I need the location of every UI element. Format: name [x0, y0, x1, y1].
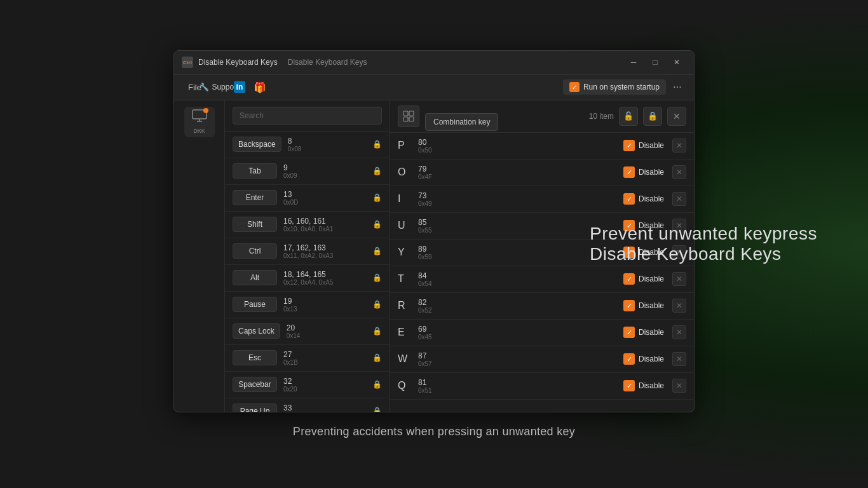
menu-support[interactable]: 🔧 Support — [210, 78, 228, 96]
key-item[interactable]: Spacebar 32 0x20 🔒 — [225, 372, 390, 398]
lock-button-2[interactable]: 🔒 — [643, 107, 662, 126]
remove-button[interactable]: ✕ — [672, 299, 686, 313]
svg-rect-5 — [403, 117, 408, 121]
disabled-item: E 69 0x45 ✓ Disable ✕ — [390, 320, 694, 346]
disable-checkbox[interactable]: ✓ — [623, 166, 635, 178]
remove-button[interactable]: ✕ — [672, 272, 686, 286]
key-name: Backspace — [233, 137, 281, 152]
lock-button-1[interactable]: 🔓 — [619, 107, 638, 126]
keys-list-panel: Backspace 8 0x08 🔒 Tab 9 0x09 🔒 Enter 13… — [225, 100, 390, 412]
remove-button[interactable]: ✕ — [672, 165, 686, 179]
combo-key-button[interactable] — [398, 105, 419, 127]
key-item[interactable]: Page Up 33 0x21 🔒 — [225, 398, 390, 412]
disabled-key-main: 79 — [418, 165, 623, 173]
disable-checkbox[interactable]: ✓ — [623, 273, 635, 285]
menu-bar: File 🔧 Support in 🎁 ✓ Run on system star… — [174, 75, 694, 100]
remove-button[interactable]: ✕ — [672, 192, 686, 206]
remove-button[interactable]: ✕ — [672, 325, 686, 339]
disable-checkbox[interactable]: ✓ — [623, 193, 635, 205]
key-code-main: 32 — [283, 377, 372, 386]
disabled-key-letter: U — [398, 220, 413, 231]
startup-checkbox[interactable]: ✓ — [569, 82, 580, 92]
disabled-key-hex: 0x54 — [418, 280, 623, 287]
sidebar-icon-container: DKK — [184, 107, 215, 137]
key-codes: 17, 162, 163 0x11, 0xA2, 0xA3 — [283, 243, 372, 259]
remove-button[interactable]: ✕ — [672, 352, 686, 366]
promo-text: Prevent unwanted keypress Disable Keyboa… — [590, 224, 817, 264]
disabled-item: R 82 0x52 ✓ Disable ✕ — [390, 293, 694, 320]
remove-button[interactable]: ✕ — [672, 379, 686, 393]
key-code-hex: 0x20 — [283, 386, 372, 393]
disabled-key-letter: O — [398, 166, 413, 178]
key-code-hex: 0x13 — [283, 306, 372, 313]
svg-rect-4 — [409, 111, 414, 116]
disabled-item: Q 81 0x51 ✓ Disable ✕ — [390, 373, 694, 400]
title-bar: Ctrl Disable Keyboard Keys Disable Keybo… — [174, 51, 694, 75]
disabled-key-hex: 0x4F — [418, 173, 623, 180]
maximize-button[interactable]: □ — [646, 55, 665, 70]
key-item[interactable]: Pause 19 0x13 🔒 — [225, 292, 390, 318]
disable-checkbox[interactable]: ✓ — [623, 353, 635, 365]
disable-label: Disable — [639, 194, 667, 203]
app-icon: Ctrl — [182, 57, 193, 68]
disabled-key-letter: I — [398, 193, 413, 205]
key-code-main: 13 — [283, 190, 372, 199]
key-item[interactable]: Esc 27 0x1B 🔒 — [225, 345, 390, 372]
search-input[interactable] — [233, 107, 382, 125]
key-name: Caps Lock — [233, 323, 280, 339]
key-name: Tab — [233, 163, 277, 179]
close-button[interactable]: ✕ — [667, 55, 686, 70]
key-name: Esc — [233, 350, 277, 365]
key-codes: 19 0x13 — [283, 297, 372, 313]
key-lock-icon: 🔒 — [372, 380, 382, 389]
disable-checkbox[interactable]: ✓ — [623, 300, 635, 311]
key-item[interactable]: Ctrl 17, 162, 163 0x11, 0xA2, 0xA3 🔒 — [225, 238, 390, 265]
key-code-main: 20 — [287, 323, 372, 332]
key-item[interactable]: Alt 18, 164, 165 0x12, 0xA4, 0xA5 🔒 — [225, 265, 390, 292]
key-lock-icon: 🔒 — [372, 300, 382, 309]
disabled-key-codes: 81 0x51 — [418, 378, 623, 394]
sidebar: DKK — [174, 100, 225, 412]
disable-label: Disable — [639, 328, 667, 337]
disabled-key-letter: Q — [398, 380, 413, 391]
wrench-icon: 🔧 — [200, 83, 209, 92]
disabled-key-hex: 0x52 — [418, 307, 623, 314]
startup-label: Run on system startup — [583, 83, 660, 92]
key-item[interactable]: Shift 16, 160, 161 0x10, 0xA0, 0xA1 🔒 — [225, 212, 390, 238]
key-code-main: 27 — [283, 350, 372, 359]
sidebar-monitor-icon[interactable]: DKK — [184, 107, 215, 137]
clear-button[interactable]: ✕ — [667, 107, 686, 126]
disable-label: Disable — [639, 168, 667, 177]
key-name: Enter — [233, 190, 277, 205]
startup-toggle[interactable]: ✓ Run on system startup — [563, 79, 666, 95]
keys-list: Backspace 8 0x08 🔒 Tab 9 0x09 🔒 Enter 13… — [225, 132, 390, 412]
linkedin-icon[interactable]: in — [231, 78, 248, 96]
disable-checkbox[interactable]: ✓ — [623, 140, 635, 151]
key-code-main: 19 — [283, 297, 372, 306]
key-item[interactable]: Tab 9 0x09 🔒 — [225, 158, 390, 185]
remove-button[interactable]: ✕ — [672, 139, 686, 152]
svg-rect-6 — [409, 117, 414, 121]
key-item[interactable]: Enter 13 0x0D 🔒 — [225, 185, 390, 212]
key-name: Spacebar — [233, 377, 277, 392]
key-lock-icon: 🔒 — [372, 327, 382, 336]
key-code-main: 33 — [283, 403, 372, 412]
minimize-button[interactable]: ─ — [624, 55, 643, 70]
key-item[interactable]: Caps Lock 20 0x14 🔒 — [225, 318, 390, 345]
key-lock-icon: 🔒 — [372, 166, 382, 175]
more-button[interactable]: ··· — [668, 78, 686, 96]
key-item[interactable]: Backspace 8 0x08 🔒 — [225, 132, 390, 158]
disabled-key-codes: 82 0x52 — [418, 298, 623, 314]
key-lock-icon: 🔒 — [372, 220, 382, 229]
disabled-key-letter: P — [398, 140, 413, 151]
key-code-hex: 0x11, 0xA2, 0xA3 — [283, 252, 372, 259]
notification-dot — [203, 108, 208, 113]
disable-label: Disable — [639, 355, 667, 363]
key-name: Pause — [233, 297, 277, 312]
disable-checkbox[interactable]: ✓ — [623, 327, 635, 338]
key-codes: 13 0x0D — [283, 190, 372, 206]
gift-icon[interactable]: 🎁 — [251, 78, 269, 96]
disable-checkbox[interactable]: ✓ — [623, 380, 635, 391]
disabled-key-main: 84 — [418, 271, 623, 280]
key-code-main: 9 — [283, 163, 372, 172]
